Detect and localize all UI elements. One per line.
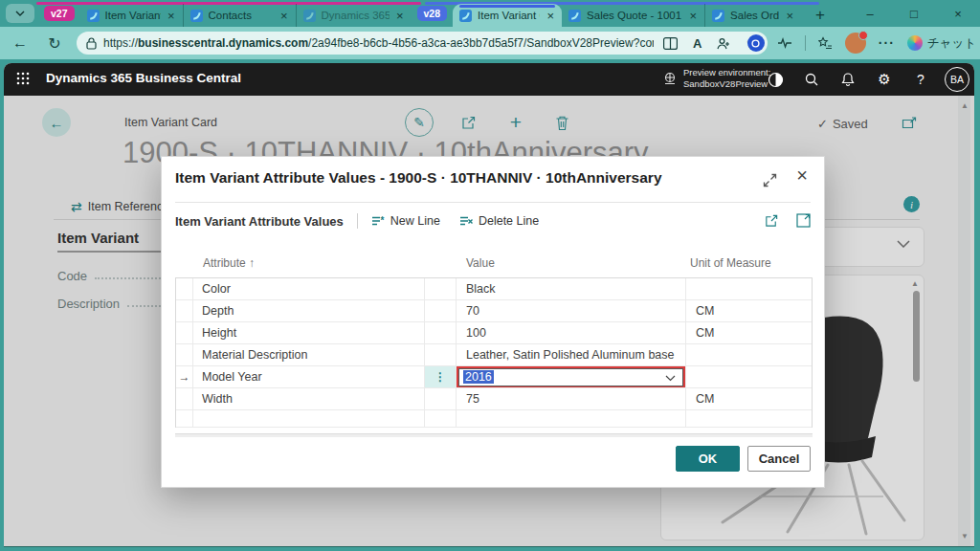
split-screen-icon[interactable] [663, 37, 678, 50]
cancel-button[interactable]: Cancel [747, 446, 811, 472]
address-url-field[interactable]: https://businesscentral.dynamics.com/2a9… [77, 32, 768, 55]
grid-row: Width75CM [176, 388, 812, 410]
combobox-dropdown-icon[interactable] [665, 375, 676, 382]
dialog-close-icon[interactable]: × [796, 165, 808, 187]
cell-value[interactable]: 70 [457, 300, 686, 321]
delete-line-button[interactable]: Delete Line [459, 214, 539, 228]
row-selector-cell[interactable] [176, 300, 193, 321]
maximize-button[interactable]: □ [892, 0, 936, 27]
browser-essentials-icon[interactable] [777, 36, 792, 50]
delete-button[interactable] [547, 108, 576, 137]
grid-row: Material DescriptionLeather, Satin Polis… [176, 344, 812, 366]
cell-attribute[interactable]: Model Year [193, 366, 425, 387]
browser-tab[interactable]: Contacts× [184, 4, 297, 27]
edit-button[interactable]: ✎ [405, 108, 434, 137]
new-tab-button[interactable]: + [807, 4, 834, 27]
tab-group-badge-v27[interactable]: v27 [44, 6, 75, 21]
help-icon[interactable]: ? [910, 70, 931, 89]
ok-button[interactable]: OK [676, 446, 740, 472]
web-content: Dynamics 365 Business Central Preview en… [4, 63, 974, 546]
page-scrollbar[interactable]: ▲ ▼ [958, 96, 970, 546]
copilot-chat-button[interactable]: チャット [907, 35, 976, 52]
share-icon[interactable] [764, 213, 779, 229]
cell-unit-of-measure[interactable] [686, 278, 813, 299]
cell-attribute[interactable]: Material Description [193, 344, 425, 365]
password-extension-icon[interactable] [747, 34, 765, 52]
browser-tab[interactable]: Item Variant Card× [80, 4, 184, 27]
cell-unit-of-measure[interactable]: CM [686, 300, 813, 321]
row-options-cell[interactable]: ⋮ [425, 366, 457, 387]
new-button[interactable]: + [501, 108, 530, 137]
dialog-expand-icon[interactable] [763, 173, 777, 187]
settings-gear-icon[interactable]: ⚙ [874, 70, 895, 89]
browser-tab[interactable]: Sales Orders× [705, 4, 801, 27]
cell-unit-of-measure[interactable] [686, 344, 813, 365]
cell-attribute[interactable]: Width [193, 388, 425, 409]
row-selector-cell[interactable] [176, 322, 193, 343]
cell-value[interactable]: Black [457, 278, 686, 299]
browser-menu-icon[interactable]: ··· [879, 35, 895, 51]
cell-attribute[interactable]: Color [193, 278, 425, 299]
chevron-down-icon[interactable] [897, 240, 910, 248]
tab-close-icon[interactable]: × [688, 9, 698, 23]
app-title[interactable]: Dynamics 365 Business Central [46, 71, 241, 85]
page-back-button[interactable]: ← [42, 108, 71, 137]
dynamics-favicon [459, 10, 472, 22]
cell-unit-of-measure[interactable] [686, 366, 813, 387]
breadcrumb[interactable]: Item Variant Card [124, 116, 217, 129]
tab-close-icon[interactable]: × [279, 9, 289, 23]
tab-group-badge-v28[interactable]: v28 [417, 6, 448, 21]
info-icon[interactable]: i [903, 196, 920, 212]
scroll-down-icon[interactable]: ▼ [961, 532, 969, 540]
tab-close-icon[interactable]: × [395, 9, 405, 23]
factbox-scroll-up-icon[interactable]: ▲ [911, 279, 919, 288]
cell-value[interactable]: Leather, Satin Polished Aluminum base [457, 344, 686, 365]
open-in-excel-icon[interactable] [796, 213, 811, 229]
lock-icon [86, 37, 97, 50]
factbox-scrollbar-thumb[interactable] [913, 291, 920, 382]
browser-profile-avatar[interactable] [845, 33, 866, 54]
cell-value[interactable]: 100 [457, 322, 686, 343]
search-icon[interactable] [801, 70, 822, 89]
user-avatar[interactable]: BA [945, 67, 969, 92]
browser-back-button[interactable]: ← [10, 33, 31, 53]
minimize-button[interactable]: – [848, 0, 892, 27]
tab-close-icon[interactable]: × [546, 9, 555, 23]
item-variant-attribute-values-dialog: Item Variant Attribute Values - 1900-S ·… [161, 156, 825, 488]
tab-search-dropdown-button[interactable] [6, 4, 34, 23]
notifications-bell-icon[interactable] [837, 70, 858, 89]
read-aloud-icon[interactable]: A [693, 36, 702, 51]
bc-app-header: Dynamics 365 Business Central Preview en… [4, 63, 974, 96]
row-selector-cell[interactable] [176, 278, 193, 299]
environment-indicator[interactable]: Preview environment:SandboxV28Preview [662, 67, 770, 90]
value-combobox[interactable]: 2016 [458, 368, 683, 386]
new-line-button[interactable]: * New Line [371, 214, 440, 228]
cell-unit-of-measure[interactable]: CM [686, 322, 813, 343]
cell-value[interactable]: 75 [457, 388, 686, 409]
column-header-value[interactable]: Value [466, 256, 495, 270]
empty-cell [193, 410, 425, 427]
row-selector-cell[interactable] [176, 388, 193, 409]
row-selector-cell[interactable] [176, 344, 193, 365]
collections-icon[interactable] [818, 36, 833, 50]
browser-tab[interactable]: Dynamics 365 Bus× [297, 4, 412, 27]
tab-close-icon[interactable]: × [167, 9, 176, 23]
app-launcher-icon[interactable] [15, 71, 31, 86]
cell-attribute[interactable]: Depth [193, 300, 425, 321]
scroll-up-icon[interactable]: ▲ [961, 101, 969, 110]
browser-tab[interactable]: Sales Quote - 1001× [562, 4, 705, 27]
tab-close-icon[interactable]: × [785, 9, 794, 23]
browser-refresh-button[interactable]: ↻ [44, 33, 65, 53]
copilot-bc-icon[interactable] [765, 70, 786, 89]
browser-tab[interactable]: Item Variant Card× [453, 4, 562, 27]
cell-value[interactable]: 2016 [457, 366, 686, 387]
column-header-uom[interactable]: Unit of Measure [690, 256, 771, 270]
cell-unit-of-measure[interactable]: CM [686, 388, 813, 409]
row-selector-cell[interactable]: → [176, 366, 193, 387]
column-header-attribute[interactable]: Attribute ↑ [203, 256, 255, 270]
open-in-window-icon[interactable] [902, 116, 917, 130]
profile-add-icon[interactable] [717, 37, 730, 50]
share-button[interactable] [454, 108, 482, 137]
window-close-button[interactable]: × [936, 0, 980, 27]
cell-attribute[interactable]: Height [193, 322, 425, 343]
